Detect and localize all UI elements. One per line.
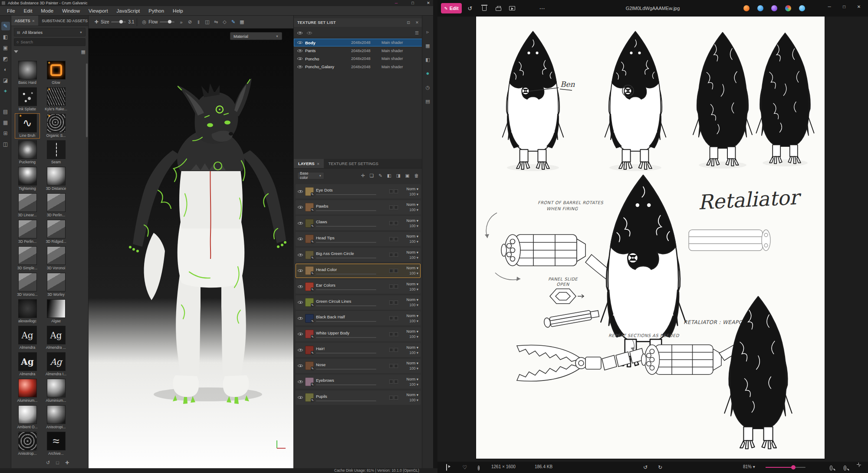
- asset-item[interactable]: Aluminium...: [15, 379, 39, 403]
- add-effect-icon[interactable]: ✛: [361, 173, 365, 178]
- asset-item[interactable]: ≈Archive...: [44, 432, 68, 456]
- add-fill-layer-icon[interactable]: ◧: [387, 173, 391, 178]
- axis-gizmo[interactable]: [274, 438, 287, 451]
- info-icon[interactable]: i: [475, 464, 483, 471]
- layer-blend-mode[interactable]: Norm ▾: [400, 266, 418, 270]
- display-settings-icon[interactable]: ◧: [424, 56, 432, 63]
- zoom-level[interactable]: 81% ▾: [743, 464, 755, 469]
- visibility-eye-icon[interactable]: [298, 316, 303, 321]
- asset-item[interactable]: 3D Distance: [44, 167, 68, 191]
- layer-opacity-value[interactable]: 100 ▾: [400, 192, 418, 196]
- tab-substance-3d-assets[interactable]: SUBSTANCE 3D ASSETS: [38, 16, 91, 26]
- layer-opacity-track[interactable]: [316, 258, 376, 258]
- layer-thumbnail[interactable]: [389, 269, 393, 273]
- layer-thumbnail[interactable]: [394, 396, 398, 400]
- select-mode-icon[interactable]: ▹: [424, 28, 432, 36]
- maximize-button[interactable]: □: [406, 0, 419, 6]
- layer-row[interactable]: ✎Big Ass Green CircleNorm ▾100 ▾: [296, 248, 421, 262]
- library-selector[interactable]: ▤ All libraries ▼: [14, 28, 85, 36]
- dock-panel-icon[interactable]: ⊡: [407, 20, 410, 25]
- layer-opacity-value[interactable]: 100 ▾: [400, 334, 418, 339]
- layer-opacity-track[interactable]: [316, 369, 376, 370]
- tab-layers[interactable]: LAYERS✕: [294, 159, 324, 168]
- visibility-eye-icon[interactable]: [298, 347, 303, 353]
- channel-select[interactable]: Base color ▼: [297, 172, 324, 179]
- material-picker-tool-button[interactable]: ✦: [1, 87, 10, 96]
- layer-opacity-track[interactable]: [316, 210, 376, 211]
- maximize-button[interactable]: □: [837, 0, 852, 14]
- layer-opacity-track[interactable]: [316, 305, 376, 306]
- stencil-icon[interactable]: ⊘: [185, 19, 194, 25]
- add-layer-icon[interactable]: ❏: [370, 173, 374, 178]
- layer-thumbnail[interactable]: [394, 205, 398, 209]
- external-app-icon[interactable]: [785, 5, 791, 11]
- asset-item[interactable]: ★Kyle's Rake...: [44, 87, 68, 112]
- layer-thumbnail[interactable]: [389, 316, 393, 320]
- texture-set-row[interactable]: Poncho2048x2048Main shader: [294, 55, 422, 63]
- visibility-eye-icon[interactable]: [298, 363, 303, 368]
- close-panel-icon[interactable]: ✕: [415, 20, 419, 25]
- asset-item[interactable]: Anisotropi...: [44, 405, 68, 430]
- layer-blend-mode[interactable]: Norm ▾: [400, 361, 418, 365]
- texture-set-row[interactable]: Body2048x2048Main shader: [294, 39, 422, 46]
- layer-opacity-value[interactable]: 100 ▾: [400, 319, 418, 323]
- layer-blend-mode[interactable]: Norm ▾: [400, 393, 418, 397]
- menu-item-edit[interactable]: Edit: [20, 6, 37, 16]
- refresh-icon[interactable]: ↺: [46, 460, 50, 466]
- texture-settings-icon[interactable]: ▤: [424, 97, 432, 105]
- visibility-eye-icon[interactable]: [297, 40, 302, 45]
- filter-funnel-icon[interactable]: [14, 50, 18, 53]
- delete-icon[interactable]: [480, 3, 489, 13]
- add-paint-layer-icon[interactable]: ✎: [378, 173, 382, 178]
- asset-item[interactable]: Seam: [44, 140, 68, 165]
- visibility-eye-icon[interactable]: [298, 331, 303, 337]
- visibility-eye-icon[interactable]: [298, 205, 303, 210]
- visibility-eye-icon[interactable]: [298, 379, 303, 384]
- uv-view-tool-button[interactable]: ⊞: [1, 129, 10, 138]
- layer-thumbnail[interactable]: [389, 205, 393, 209]
- layer-row[interactable]: ✎Hair!Norm ▾100 ▾: [296, 343, 421, 357]
- visibility-eye-icon[interactable]: [298, 236, 303, 241]
- asset-item[interactable]: 3D Ridged...: [44, 220, 68, 244]
- layer-opacity-track[interactable]: [316, 289, 376, 290]
- layer-blend-mode[interactable]: Norm ▾: [400, 202, 418, 207]
- layer-opacity-value[interactable]: 100 ▾: [400, 239, 418, 244]
- layer-blend-mode[interactable]: Norm ▾: [400, 234, 418, 238]
- visibility-eye-icon[interactable]: [297, 64, 302, 69]
- layer-thumbnail[interactable]: [394, 348, 398, 352]
- add-asset-icon[interactable]: ✚: [65, 460, 69, 466]
- layer-thumbnail[interactable]: [394, 301, 398, 304]
- layer-row[interactable]: ✎Head ColorNorm ▾100 ▾: [296, 264, 421, 278]
- visibility-eye-icon[interactable]: [298, 395, 303, 400]
- layer-blend-mode[interactable]: Norm ▾: [400, 377, 418, 381]
- lazy-mouse-icon[interactable]: ◫: [203, 19, 211, 25]
- flow-slider[interactable]: [160, 21, 174, 23]
- layer-blend-mode[interactable]: Norm ▾: [400, 298, 418, 302]
- asset-item[interactable]: AgAlmendra: [15, 352, 39, 377]
- size-slider[interactable]: [111, 21, 126, 23]
- edit-button[interactable]: ✎ Edit: [441, 3, 462, 13]
- gizmo-icon[interactable]: ✚: [92, 19, 101, 25]
- slideshow-icon[interactable]: [443, 464, 450, 471]
- asset-item[interactable]: AgAlmendra ...: [44, 326, 68, 350]
- pause-engine-icon[interactable]: ‖: [194, 20, 203, 25]
- layer-opacity-track[interactable]: [316, 242, 376, 243]
- add-folder-icon[interactable]: ▣: [405, 173, 410, 178]
- layer-thumbnail[interactable]: [394, 284, 398, 288]
- layer-opacity-track[interactable]: [316, 400, 376, 401]
- grid-view-icon[interactable]: ▦: [81, 49, 85, 55]
- close-button[interactable]: ✕: [852, 0, 866, 14]
- layer-blend-mode[interactable]: Norm ▾: [400, 187, 418, 191]
- layer-row[interactable]: ✎Black Back HalfNorm ▾100 ▾: [296, 311, 421, 325]
- material-mode-select[interactable]: Material ▼: [230, 32, 282, 40]
- external-app-icon[interactable]: [771, 5, 777, 11]
- minimize-button[interactable]: ─: [390, 0, 403, 6]
- zoom-out-icon[interactable]: −: [827, 464, 835, 471]
- layer-thumbnail[interactable]: [389, 189, 393, 193]
- layer-row[interactable]: ✎Head TipsNorm ▾100 ▾: [296, 232, 421, 246]
- tab-texture-set-settings[interactable]: TEXTURE SET SETTINGS: [324, 159, 382, 168]
- layer-opacity-value[interactable]: 100 ▾: [400, 208, 418, 212]
- layer-thumbnail[interactable]: [389, 237, 393, 241]
- close-tab-icon[interactable]: ✕: [317, 162, 320, 166]
- layer-thumbnail[interactable]: [389, 284, 393, 288]
